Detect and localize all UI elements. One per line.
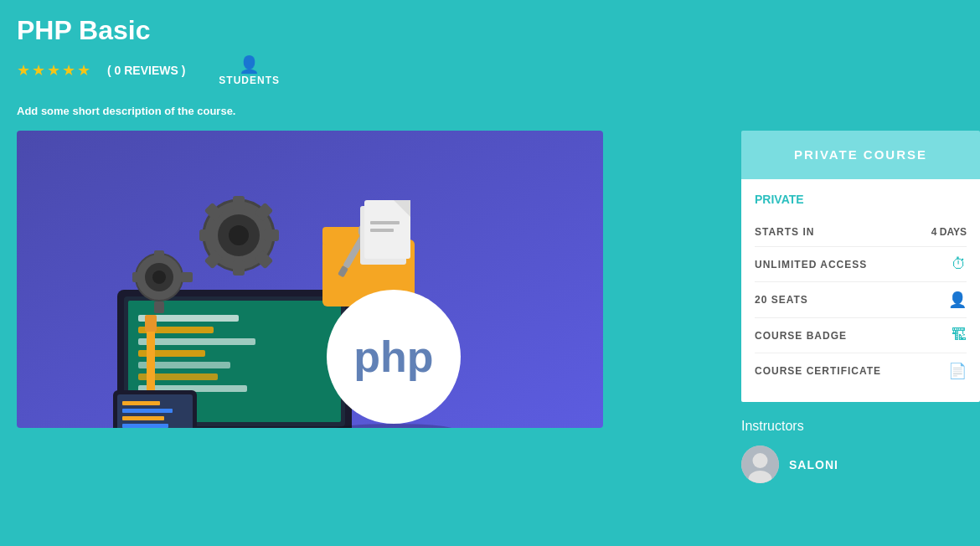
course-image: php [17, 131, 603, 428]
course-description: Add some short description of the course… [0, 100, 980, 131]
students-icon: 👤 [239, 54, 260, 75]
students-label: STUDENTS [219, 75, 280, 86]
clock-icon: ⏱ [952, 255, 967, 273]
svg-rect-47 [370, 229, 394, 232]
instructor-avatar [741, 446, 779, 483]
svg-point-59 [753, 453, 768, 468]
star-rating: ★ ★ ★ ★ ★ [17, 61, 90, 80]
certificate-label: COURSE CERTIFICATE [755, 365, 881, 377]
svg-rect-29 [181, 272, 193, 282]
meta-row: ★ ★ ★ ★ ★ ( 0 REVIEWS ) 👤 STUDENTS [17, 54, 963, 86]
svg-rect-27 [154, 301, 164, 313]
star-1: ★ [17, 61, 30, 80]
seats-row: 20 SEATS 👤 [755, 282, 967, 318]
private-course-title: PRIVATE COURSE [794, 147, 927, 162]
svg-rect-17 [199, 229, 214, 241]
unlimited-access-row: UNLIMITED ACCESS ⏱ [755, 247, 967, 282]
svg-rect-53 [122, 401, 160, 405]
star-4: ★ [62, 61, 75, 80]
starts-in-label: STARTS IN [755, 226, 814, 238]
svg-text:php: php [353, 332, 433, 381]
svg-rect-15 [233, 196, 245, 211]
svg-rect-31 [145, 315, 157, 332]
badge-row: COURSE BADGE 🏗 [755, 318, 967, 353]
main-content: php PRIVATE COURSE PRIVATE STARTS IN 4 D… [0, 131, 980, 483]
instructor-row: SALONI [741, 446, 980, 483]
svg-rect-55 [122, 416, 164, 420]
reviews-label: ( 0 REVIEWS ) [107, 64, 185, 77]
unlimited-access-label: UNLIMITED ACCESS [755, 259, 867, 270]
seats-label: 20 SEATS [755, 294, 808, 306]
badge-label: COURSE BADGE [755, 330, 847, 342]
svg-rect-28 [132, 272, 144, 282]
instructors-label: Instructors [741, 419, 980, 434]
instructor-name: SALONI [789, 458, 838, 471]
private-status-label: PRIVATE [755, 193, 967, 206]
svg-point-25 [152, 270, 166, 284]
certificate-row: COURSE CERTIFICATE 📄 [755, 353, 967, 389]
star-3: ★ [47, 61, 60, 80]
students-block: 👤 STUDENTS [219, 54, 280, 86]
instructors-section: Instructors SALONI [741, 419, 980, 483]
svg-rect-18 [264, 229, 279, 241]
svg-rect-54 [122, 409, 173, 413]
certificate-icon: 📄 [948, 362, 967, 380]
sidebar: PRIVATE COURSE PRIVATE STARTS IN 4 DAYS … [741, 131, 980, 483]
page-title: PHP Basic [17, 15, 963, 46]
svg-point-14 [229, 225, 249, 245]
private-course-header: PRIVATE COURSE [741, 131, 980, 179]
starts-in-value: 4 DAYS [931, 226, 967, 238]
svg-rect-46 [370, 221, 400, 224]
page-header: PHP Basic ★ ★ ★ ★ ★ ( 0 REVIEWS ) 👤 STUD… [0, 0, 980, 100]
svg-rect-6 [138, 338, 255, 345]
star-5: ★ [77, 61, 90, 80]
badge-icon: 🏗 [952, 327, 967, 344]
star-2: ★ [32, 61, 45, 80]
svg-rect-56 [122, 424, 168, 428]
person-icon: 👤 [948, 291, 967, 309]
svg-rect-16 [233, 260, 245, 276]
starts-in-row: STARTS IN 4 DAYS [755, 218, 967, 247]
course-details-box: PRIVATE STARTS IN 4 DAYS UNLIMITED ACCES… [741, 179, 980, 402]
svg-rect-26 [154, 250, 164, 262]
